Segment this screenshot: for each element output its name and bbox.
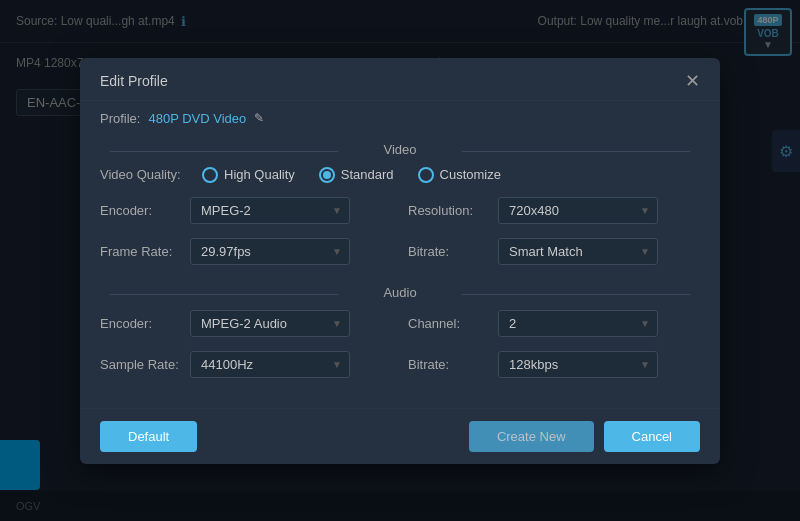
audio-section-header: Audio xyxy=(100,279,700,310)
modal-body: Video Video Quality: High Quality Standa… xyxy=(80,136,720,408)
channel-select[interactable]: 2 xyxy=(498,310,658,337)
video-bitrate-col: Bitrate: Smart Match xyxy=(408,238,700,265)
quality-standard-radio[interactable]: Standard xyxy=(319,167,394,183)
modal-header: Edit Profile ✕ xyxy=(80,58,720,101)
video-encoder-select[interactable]: MPEG-2 xyxy=(190,197,350,224)
samplerate-select[interactable]: 44100Hz xyxy=(190,351,350,378)
standard-quality-radio-circle[interactable] xyxy=(319,167,335,183)
video-encoder-wrapper[interactable]: MPEG-2 xyxy=(190,197,350,224)
quality-high-radio[interactable]: High Quality xyxy=(202,167,295,183)
video-encoder-label: Encoder: xyxy=(100,203,180,218)
samplerate-col: Sample Rate: 44100Hz xyxy=(100,351,392,378)
standard-quality-label: Standard xyxy=(341,167,394,182)
samplerate-label: Sample Rate: xyxy=(100,357,180,372)
profile-row: Profile: 480P DVD Video ✎ xyxy=(80,101,720,136)
audio-bitrate-label: Bitrate: xyxy=(408,357,488,372)
modal-title: Edit Profile xyxy=(100,73,168,89)
audio-encoder-channel-row: Encoder: MPEG-2 Audio Channel: 2 xyxy=(100,310,700,337)
channel-col: Channel: 2 xyxy=(408,310,700,337)
customize-quality-radio-circle[interactable] xyxy=(418,167,434,183)
video-bitrate-label: Bitrate: xyxy=(408,244,488,259)
modal-footer: Default Create New Cancel xyxy=(80,408,720,464)
resolution-wrapper[interactable]: 720x480 xyxy=(498,197,658,224)
close-button[interactable]: ✕ xyxy=(685,70,700,92)
framerate-bitrate-row: Frame Rate: 29.97fps Bitrate: Smart Matc… xyxy=(100,238,700,265)
high-quality-radio-circle[interactable] xyxy=(202,167,218,183)
channel-wrapper[interactable]: 2 xyxy=(498,310,658,337)
samplerate-audiobitrate-row: Sample Rate: 44100Hz Bitrate: 128kbps xyxy=(100,351,700,378)
video-section-header: Video xyxy=(100,136,700,167)
high-quality-label: High Quality xyxy=(224,167,295,182)
quality-label: Video Quality: xyxy=(100,167,190,182)
default-button[interactable]: Default xyxy=(100,421,197,452)
create-new-button[interactable]: Create New xyxy=(469,421,594,452)
quality-row: Video Quality: High Quality Standard Cus… xyxy=(100,167,700,183)
audio-encoder-label: Encoder: xyxy=(100,316,180,331)
footer-right-buttons: Create New Cancel xyxy=(469,421,700,452)
profile-text-label: Profile: xyxy=(100,111,140,126)
quality-radio-group: High Quality Standard Customize xyxy=(202,167,700,183)
quality-customize-radio[interactable]: Customize xyxy=(418,167,501,183)
audio-bitrate-col: Bitrate: 128kbps xyxy=(408,351,700,378)
resolution-label: Resolution: xyxy=(408,203,488,218)
framerate-label: Frame Rate: xyxy=(100,244,180,259)
modal-overlay: Edit Profile ✕ Profile: 480P DVD Video ✎… xyxy=(0,0,800,521)
audio-encoder-wrapper[interactable]: MPEG-2 Audio xyxy=(190,310,350,337)
framerate-wrapper[interactable]: 29.97fps xyxy=(190,238,350,265)
audio-bitrate-select[interactable]: 128kbps xyxy=(498,351,658,378)
profile-name-value: 480P DVD Video xyxy=(148,111,246,126)
encoder-col: Encoder: MPEG-2 xyxy=(100,197,392,224)
framerate-col: Frame Rate: 29.97fps xyxy=(100,238,392,265)
samplerate-wrapper[interactable]: 44100Hz xyxy=(190,351,350,378)
edit-profile-modal: Edit Profile ✕ Profile: 480P DVD Video ✎… xyxy=(80,58,720,464)
video-bitrate-select[interactable]: Smart Match xyxy=(498,238,658,265)
audio-encoder-col: Encoder: MPEG-2 Audio xyxy=(100,310,392,337)
audio-encoder-select[interactable]: MPEG-2 Audio xyxy=(190,310,350,337)
resolution-select[interactable]: 720x480 xyxy=(498,197,658,224)
channel-label: Channel: xyxy=(408,316,488,331)
customize-quality-label: Customize xyxy=(440,167,501,182)
resolution-col: Resolution: 720x480 xyxy=(408,197,700,224)
profile-edit-icon[interactable]: ✎ xyxy=(254,111,264,125)
encoder-resolution-row: Encoder: MPEG-2 Resolution: 720x480 xyxy=(100,197,700,224)
framerate-select[interactable]: 29.97fps xyxy=(190,238,350,265)
video-bitrate-wrapper[interactable]: Smart Match xyxy=(498,238,658,265)
cancel-button[interactable]: Cancel xyxy=(604,421,700,452)
audio-bitrate-wrapper[interactable]: 128kbps xyxy=(498,351,658,378)
